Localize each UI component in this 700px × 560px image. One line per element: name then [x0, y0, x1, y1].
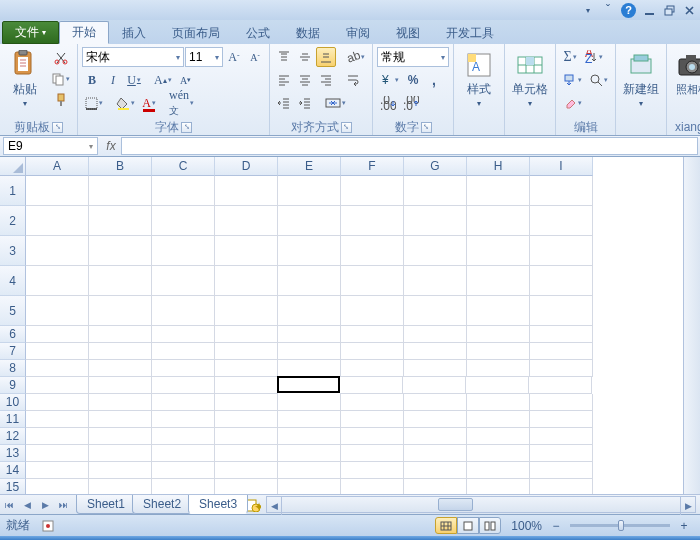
- cell[interactable]: [89, 326, 152, 343]
- cell[interactable]: [278, 394, 341, 411]
- increase-font-button[interactable]: Aˇ: [224, 47, 244, 67]
- page-layout-view-button[interactable]: [457, 517, 479, 534]
- number-format-combo[interactable]: 常规: [377, 47, 449, 67]
- cell[interactable]: [278, 176, 341, 206]
- fx-button[interactable]: fx: [101, 137, 121, 155]
- row-header[interactable]: 10: [0, 394, 26, 411]
- cell[interactable]: [152, 236, 215, 266]
- cell[interactable]: [341, 394, 404, 411]
- cell[interactable]: [278, 206, 341, 236]
- cell[interactable]: [530, 360, 593, 377]
- cell[interactable]: [152, 445, 215, 462]
- find-button[interactable]: [586, 70, 611, 90]
- macro-record-button[interactable]: [38, 516, 58, 536]
- cell[interactable]: [26, 343, 89, 360]
- row-header[interactable]: 5: [0, 296, 26, 326]
- newgroup-button[interactable]: 新建组▾: [620, 46, 662, 119]
- cell[interactable]: [341, 360, 404, 377]
- cell[interactable]: [89, 360, 152, 377]
- cell[interactable]: [26, 176, 89, 206]
- zoom-level[interactable]: 100%: [511, 519, 542, 533]
- cell[interactable]: [467, 266, 530, 296]
- cell[interactable]: [404, 343, 467, 360]
- column-header[interactable]: I: [530, 157, 593, 176]
- cell[interactable]: [26, 206, 89, 236]
- align-top-button[interactable]: [274, 47, 294, 67]
- cell[interactable]: [215, 176, 278, 206]
- cell[interactable]: [341, 462, 404, 479]
- cell[interactable]: [404, 479, 467, 494]
- cell[interactable]: [26, 479, 89, 494]
- cell[interactable]: [278, 266, 341, 296]
- cell[interactable]: [340, 377, 403, 394]
- tab-5[interactable]: 审阅: [333, 21, 383, 44]
- cell[interactable]: [152, 462, 215, 479]
- column-header[interactable]: H: [467, 157, 530, 176]
- cell[interactable]: [26, 462, 89, 479]
- cell[interactable]: [152, 394, 215, 411]
- column-header[interactable]: C: [152, 157, 215, 176]
- vertical-scrollbar[interactable]: [683, 157, 700, 494]
- cell[interactable]: [530, 445, 593, 462]
- cell[interactable]: [89, 445, 152, 462]
- cell[interactable]: [215, 343, 278, 360]
- cell[interactable]: [341, 445, 404, 462]
- cell[interactable]: [467, 296, 530, 326]
- cell[interactable]: [89, 428, 152, 445]
- tab-0[interactable]: 开始: [59, 21, 109, 44]
- cell[interactable]: [89, 176, 152, 206]
- align-middle-button[interactable]: [295, 47, 315, 67]
- cell[interactable]: [404, 206, 467, 236]
- cell[interactable]: [278, 445, 341, 462]
- column-header[interactable]: G: [404, 157, 467, 176]
- tab-3[interactable]: 公式: [233, 21, 283, 44]
- last-sheet-button[interactable]: ⏭: [54, 496, 72, 514]
- cell[interactable]: [530, 343, 593, 360]
- cell[interactable]: [530, 428, 593, 445]
- phonetic-button[interactable]: wén文: [166, 93, 197, 113]
- merge-button[interactable]: [322, 93, 349, 113]
- cell[interactable]: [215, 394, 278, 411]
- cell[interactable]: [530, 394, 593, 411]
- increase-decimal-button[interactable]: .0.00: [377, 93, 399, 113]
- decrease-indent-button[interactable]: [274, 93, 294, 113]
- cell[interactable]: [26, 326, 89, 343]
- cell[interactable]: [89, 296, 152, 326]
- cell[interactable]: [152, 326, 215, 343]
- cell[interactable]: [26, 428, 89, 445]
- cell[interactable]: [215, 296, 278, 326]
- cell[interactable]: [278, 236, 341, 266]
- cell[interactable]: [341, 326, 404, 343]
- cell[interactable]: [89, 394, 152, 411]
- row-header[interactable]: 2: [0, 206, 26, 236]
- cell[interactable]: [215, 411, 278, 428]
- cell[interactable]: [152, 377, 215, 394]
- styles-button[interactable]: A 样式▾: [458, 46, 500, 119]
- cell[interactable]: [341, 236, 404, 266]
- tab-4[interactable]: 数据: [283, 21, 333, 44]
- tab-6[interactable]: 视图: [383, 21, 433, 44]
- formula-input[interactable]: [121, 137, 698, 155]
- row-header[interactable]: 7: [0, 343, 26, 360]
- font-name-combo[interactable]: 宋体: [82, 47, 184, 67]
- underline-button[interactable]: U: [124, 70, 144, 90]
- column-header[interactable]: A: [26, 157, 89, 176]
- cell[interactable]: [26, 377, 89, 394]
- cell[interactable]: [530, 266, 593, 296]
- tab-7[interactable]: 开发工具: [433, 21, 507, 44]
- cell[interactable]: [467, 411, 530, 428]
- cell[interactable]: [341, 176, 404, 206]
- column-header[interactable]: E: [278, 157, 341, 176]
- font-color-button[interactable]: A: [139, 93, 159, 113]
- cell[interactable]: [467, 343, 530, 360]
- cell[interactable]: [152, 176, 215, 206]
- close-window-icon[interactable]: [682, 3, 696, 17]
- column-header[interactable]: B: [89, 157, 152, 176]
- cell[interactable]: [26, 411, 89, 428]
- column-header[interactable]: D: [215, 157, 278, 176]
- cell[interactable]: [530, 296, 593, 326]
- cell[interactable]: [404, 462, 467, 479]
- cell[interactable]: [341, 479, 404, 494]
- select-all-button[interactable]: [0, 157, 26, 176]
- align-center-button[interactable]: [295, 70, 315, 90]
